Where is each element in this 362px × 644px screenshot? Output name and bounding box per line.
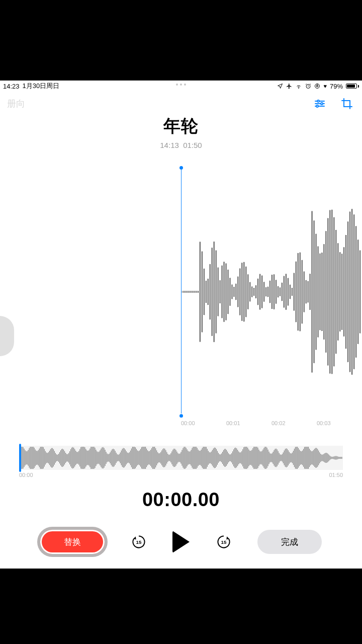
waveform-main[interactable]: 00:00 00:01 00:02 00:03: [0, 166, 362, 423]
status-date: 1月30日周日: [23, 82, 60, 91]
orientation-lock-icon: [314, 83, 320, 89]
waveform-time-axis: 00:00 00:01 00:02 00:03: [181, 420, 362, 428]
tick-label: 00:02: [272, 420, 317, 428]
settings-sliders-icon[interactable]: [314, 98, 326, 110]
tick-label: 00:00: [181, 420, 226, 428]
waveform-svg: [182, 206, 362, 377]
svg-rect-3: [317, 86, 318, 87]
playback-controls: 替换 15 15 完成: [0, 524, 362, 559]
title-block: 年轮 14:13 01:50: [0, 115, 362, 149]
replace-button[interactable]: 替换: [40, 530, 105, 554]
wifi-icon: [295, 83, 302, 89]
location-icon: [277, 83, 283, 89]
playback-timer: 00:00.00: [0, 489, 362, 511]
svg-point-5: [317, 100, 319, 102]
playhead-handle-top[interactable]: [179, 166, 183, 170]
svg-point-0: [299, 88, 299, 89]
editor-toolbar: 册向: [0, 94, 362, 114]
done-button[interactable]: 完成: [257, 530, 322, 554]
minimap-cursor[interactable]: [19, 444, 21, 472]
status-time: 14:23: [3, 83, 20, 90]
battery-pct: 79%: [330, 83, 343, 90]
minimap-start: 00:00: [19, 472, 33, 478]
airplane-icon: [286, 83, 292, 89]
play-button[interactable]: [172, 531, 190, 553]
multitask-dots-icon[interactable]: [176, 84, 186, 86]
minimap-svg: [19, 446, 343, 470]
heart-icon: ♥: [323, 83, 327, 89]
skip-back-15-icon[interactable]: 15: [131, 534, 147, 550]
svg-text:15: 15: [136, 539, 141, 545]
skip-forward-15-icon[interactable]: 15: [216, 534, 232, 550]
playhead-handle-bottom[interactable]: [179, 414, 183, 418]
back-button[interactable]: 册向: [7, 98, 25, 110]
recording-title[interactable]: 年轮: [0, 115, 362, 138]
voice-memo-editor: 14:23 1月30日周日 ♥ 79% 册向: [0, 80, 362, 569]
tick-label: 00:01: [226, 420, 272, 428]
playhead-line[interactable]: [181, 167, 182, 414]
battery-icon: [346, 84, 359, 89]
status-bar: 14:23 1月30日周日 ♥ 79%: [0, 80, 362, 92]
minimap-time-labels: 00:00 01:50: [19, 472, 343, 478]
svg-text:15: 15: [221, 539, 226, 545]
svg-point-7: [321, 103, 323, 105]
svg-point-9: [316, 105, 318, 107]
crop-icon[interactable]: [341, 98, 353, 110]
minimap-end: 01:50: [329, 472, 343, 478]
tick-label: 00:03: [317, 420, 362, 428]
recording-meta: 14:13 01:50: [0, 141, 362, 149]
waveform-minimap[interactable]: [19, 446, 343, 470]
alarm-icon: [305, 83, 311, 89]
